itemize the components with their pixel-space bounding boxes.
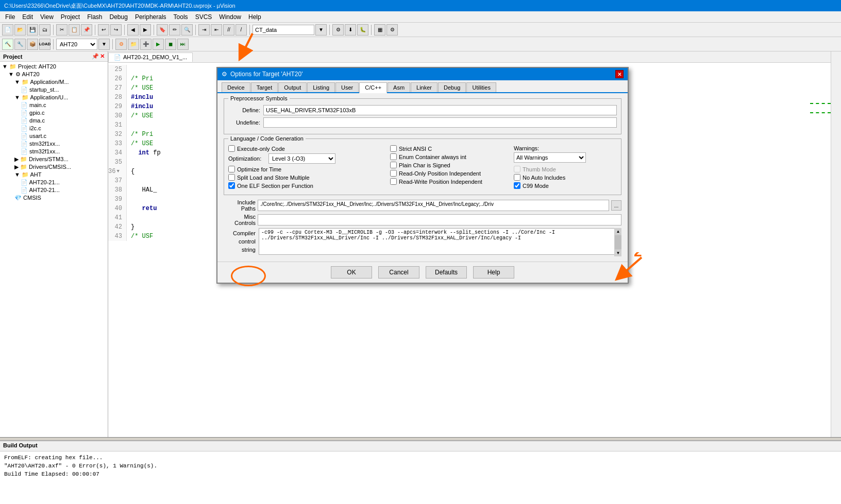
tb-forward[interactable]: ▶ (140, 24, 151, 36)
compiler-control-textarea[interactable]: -c99 -c --cpu Cortex-M3 -D__MICROLIB -g … (259, 228, 621, 255)
proj-gpio[interactable]: 📄 gpio.c (0, 109, 108, 117)
misc-controls-input[interactable] (258, 214, 621, 225)
menu-tools[interactable]: Tools (171, 12, 191, 22)
rw-pos-checkbox[interactable] (390, 178, 397, 185)
tb-download[interactable]: ⬇ (345, 24, 356, 36)
dlg-tab-debug[interactable]: Debug (438, 82, 466, 92)
dialog-close-button[interactable]: ✕ (615, 70, 624, 78)
menu-debug[interactable]: Debug (107, 12, 131, 22)
proj-drvCMSIS[interactable]: ▶ 📁 Drivers/CMSIS... (0, 163, 108, 171)
tb-copy[interactable]: 📋 (69, 24, 80, 36)
split-load-checkbox[interactable] (228, 174, 235, 181)
proj-cmsis[interactable]: 💎 CMSIS (0, 194, 108, 202)
tb-cut[interactable]: ✂ (56, 24, 68, 36)
menu-flash[interactable]: Flash (84, 12, 105, 22)
cancel-button[interactable]: Cancel (378, 266, 419, 279)
menu-window[interactable]: Window (216, 12, 244, 22)
no-auto-checkbox[interactable] (514, 174, 520, 181)
menu-file[interactable]: File (2, 12, 18, 22)
tb-comment[interactable]: // (223, 24, 234, 36)
undefine-input[interactable] (263, 117, 617, 128)
tb-uncomment[interactable]: / (236, 24, 247, 36)
tb-debug2[interactable]: 🐛 (357, 24, 368, 36)
help-button[interactable]: Help (473, 266, 514, 279)
tb-save[interactable]: 💾 (27, 24, 38, 36)
target-select[interactable]: AHT20 (56, 39, 97, 50)
tb-redo[interactable]: ↪ (110, 24, 122, 36)
proj-aht-file1[interactable]: 📄 AHT20-21... (0, 179, 108, 186)
strict-ansi-checkbox[interactable] (390, 145, 397, 152)
c99-checkbox[interactable] (514, 182, 520, 189)
tb-paste[interactable]: 📌 (81, 24, 92, 36)
dlg-tab-cpp[interactable]: C/C++ (359, 82, 387, 93)
cc-sb-down[interactable]: ▼ (615, 249, 621, 256)
dlg-tab-listing[interactable]: Listing (307, 82, 335, 92)
ok-button[interactable]: OK (331, 266, 372, 279)
proj-usart[interactable]: 📄 usart.c (0, 132, 108, 140)
menu-svcs[interactable]: SVCS (192, 12, 215, 22)
tb-saveall[interactable]: 🗂 (39, 24, 51, 36)
menu-project[interactable]: Project (58, 12, 83, 22)
tb-target-dropdown[interactable]: ▼ (315, 24, 327, 36)
proj-i2c[interactable]: 📄 i2c.c (0, 125, 108, 132)
tb-indent[interactable]: ⇥ (198, 24, 210, 36)
tb2-manage-comp[interactable]: 📁 (128, 39, 139, 50)
menu-view[interactable]: View (37, 12, 57, 22)
plain-char-checkbox[interactable] (390, 162, 397, 168)
tb2-batch[interactable]: 📦 (27, 39, 38, 50)
proj-dma[interactable]: 📄 dma.c (0, 117, 108, 125)
proj-stm1[interactable]: 📄 stm32f1xx... (0, 140, 108, 148)
enum-container-checkbox[interactable] (390, 153, 397, 160)
defaults-button[interactable]: Defaults (426, 266, 467, 279)
tb2-run[interactable]: ▶ (153, 39, 164, 50)
cc-sb-up[interactable]: ▲ (615, 228, 621, 235)
tb-undo[interactable]: ↩ (98, 24, 109, 36)
include-paths-browse[interactable]: ... (611, 200, 621, 211)
proj-stm2[interactable]: 📄 stm32f1xx... (0, 148, 108, 155)
tb-windows[interactable]: ▦ (374, 24, 385, 36)
tb2-stop[interactable]: ◼ (165, 39, 176, 50)
ro-pos-checkbox[interactable] (390, 170, 397, 177)
project-pin-icon[interactable]: 📌 (92, 53, 99, 60)
menu-peripherals[interactable]: Peripherals (132, 12, 170, 22)
thumb-mode-checkbox[interactable] (514, 166, 520, 172)
editor-tab-file[interactable]: 📄 AHT20-21_DEMO_V1_... (108, 53, 193, 62)
tb2-options-target[interactable]: ⚙ (115, 39, 127, 50)
tb2-rebuild[interactable]: 🔧 (14, 39, 26, 50)
dlg-tab-linker[interactable]: Linker (411, 82, 438, 92)
menu-help[interactable]: Help (245, 12, 264, 22)
dlg-tab-device[interactable]: Device (222, 82, 250, 92)
proj-aht20[interactable]: ▼ ⚙ AHT20 (0, 71, 108, 78)
tb-bookmark[interactable]: 🔖 (157, 24, 168, 36)
tb-back[interactable]: ◀ (127, 24, 139, 36)
proj-main[interactable]: 📄 main.c (0, 101, 108, 109)
target-select-dropdown[interactable]: ▼ (98, 39, 110, 50)
tb-inspect[interactable]: 🔍 (181, 24, 193, 36)
tb-options[interactable]: ⚙ (386, 24, 398, 36)
tb2-load[interactable]: LOAD (39, 39, 51, 50)
dlg-tab-utilities[interactable]: Utilities (466, 82, 496, 92)
tb2-build[interactable]: 🔨 (2, 39, 13, 50)
tb-open[interactable]: 📂 (14, 24, 26, 36)
proj-aht-file2[interactable]: 📄 AHT20-21... (0, 186, 108, 194)
proj-drvSTM[interactable]: ▶ 📁 Drivers/STM3... (0, 155, 108, 163)
dlg-tab-user[interactable]: User (335, 82, 359, 92)
tb-new[interactable]: 📄 (2, 24, 13, 36)
tb-settings[interactable]: ⚙ (332, 24, 344, 36)
dlg-tab-asm[interactable]: Asm (388, 82, 410, 92)
target-name-input[interactable]: AHT20 (253, 25, 314, 35)
tb-annotate[interactable]: ✏ (169, 24, 180, 36)
proj-appU[interactable]: ▼ 📁 Application/U... (0, 94, 108, 101)
tb2-add-new[interactable]: ➕ (140, 39, 152, 50)
opt-select[interactable]: Level 3 (-O3) (268, 153, 335, 164)
one-elf-checkbox[interactable] (228, 182, 235, 189)
execute-only-checkbox[interactable] (228, 145, 235, 152)
project-close-icon[interactable]: ✕ (100, 53, 105, 60)
menu-edit[interactable]: Edit (19, 12, 36, 22)
opt-time-checkbox[interactable] (228, 166, 235, 172)
proj-AHT-folder[interactable]: ▼ 📁 AHT (0, 171, 108, 179)
proj-startup[interactable]: 📄 startup_st... (0, 86, 108, 94)
dlg-tab-target[interactable]: Target (251, 82, 278, 92)
proj-root[interactable]: ▼ 📁 Project: AHT20 (0, 63, 108, 71)
dlg-tab-output[interactable]: Output (278, 82, 307, 92)
